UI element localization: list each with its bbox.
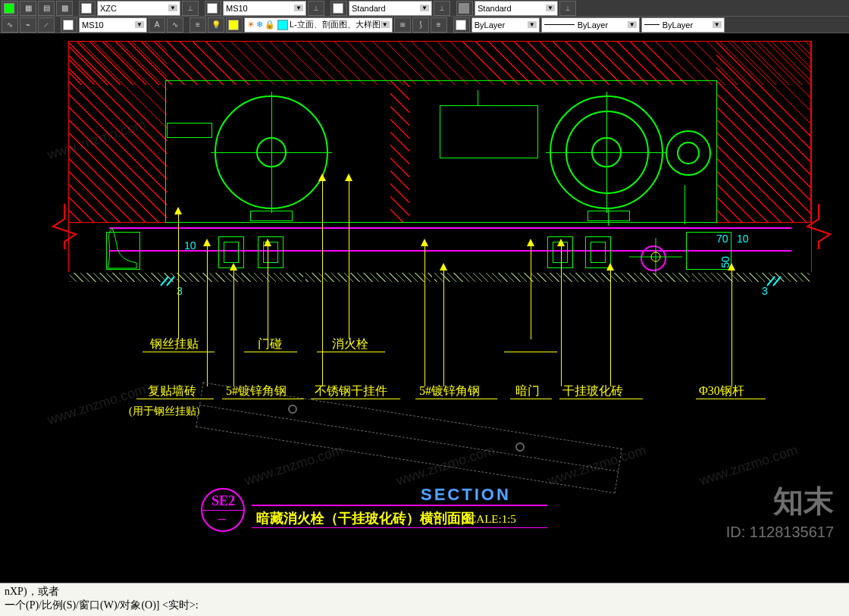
color-button[interactable] [61, 17, 77, 33]
icon-button[interactable]: ∿ [167, 17, 183, 33]
icon-button[interactable]: ⟂ [434, 1, 450, 16]
command-history-line: nXP)，或者 [5, 585, 844, 599]
leader-line [178, 214, 179, 339]
dropdown-label: ByLayer [475, 20, 505, 30]
watermark: www.znzmo.com [243, 442, 345, 489]
icon-button[interactable] [2, 1, 18, 16]
section-word: SECTION [421, 485, 511, 505]
dropdown-label: MS10 [226, 4, 248, 13]
leader-line [732, 270, 732, 386]
leader-line [233, 270, 234, 386]
drawing-canvas[interactable]: 10 3 70 10 50 3 钢丝挂贴 门碰 消火栓 暗门 复贴墙砖 (用于钢… [0, 33, 849, 583]
valve-stem-2 [685, 185, 685, 224]
hinge-detail [629, 238, 682, 276]
crosshair-v [271, 92, 272, 213]
style-dropdown-3[interactable]: Standard ▼ [349, 1, 432, 16]
leader-line [561, 246, 562, 386]
equip-line [478, 90, 478, 105]
door-frame [109, 227, 791, 229]
layer-dropdown[interactable]: ☀ ❄ 🔒 L-立面、剖面图、大样图 ▼ [244, 17, 393, 33]
command-line[interactable]: nXP)，或者 一个(P)/比例(S)/窗口(W)/对象(O)] <实时>: [0, 583, 849, 616]
tile-joint [690, 273, 692, 282]
lineweight-dropdown[interactable]: ByLayer ▼ [641, 17, 725, 33]
label-gsgt: 钢丝挂贴 [150, 336, 199, 352]
equipment-box [440, 105, 538, 158]
label-mp: 门碰 [258, 336, 282, 352]
leader-arrow [440, 263, 447, 270]
leader-line [207, 246, 208, 386]
leader-arrow [230, 263, 237, 270]
icon-button[interactable]: ≡ [190, 17, 206, 33]
dropdown-label: Standard [352, 4, 386, 13]
dropdown-label: MS10 [82, 20, 104, 30]
title-underline-thick [252, 505, 547, 506]
label-dxjg-2: 5#镀锌角钢 [419, 383, 480, 399]
label-fbqz-note: (用于钢丝挂贴) [129, 405, 199, 418]
icon-button[interactable]: ≡ [431, 17, 447, 33]
bracket-block-1-in [224, 242, 239, 263]
leader-line [322, 181, 323, 386]
title-underline-thin [252, 527, 547, 528]
sun-icon: ☀ [247, 20, 255, 30]
color-button[interactable] [456, 1, 473, 16]
leader-line [443, 270, 444, 386]
section-tag-bottom: -- [218, 512, 226, 526]
chevron-down-icon: ▼ [381, 21, 390, 28]
icon-button[interactable]: ▦ [20, 1, 36, 16]
dropdown-label: L-立面、剖面图、大样图 [290, 19, 381, 30]
lightbulb-icon[interactable]: 💡 [208, 17, 224, 33]
chevron-down-icon: ▼ [546, 5, 555, 11]
icon-button[interactable]: ⌁ [20, 17, 36, 33]
watermark-id: ID: 1128135617 [726, 524, 834, 541]
icon-button[interactable] [226, 17, 243, 33]
icon-button[interactable]: ▩ [56, 1, 73, 16]
bracket-left [167, 123, 212, 138]
color-button[interactable] [79, 1, 96, 16]
icon-button[interactable]: ≋ [394, 17, 411, 33]
color-button[interactable] [331, 1, 347, 16]
leader-line [610, 270, 611, 386]
toolbar-row-2: ∿ ⌁ ⟋ MS10 ▼ A ∿ ≡ 💡 ☀ ❄ 🔒 L-立面、剖面图、大样图 … [0, 17, 849, 33]
leader-arrow [318, 174, 326, 181]
color-button[interactable] [205, 1, 221, 16]
style-dropdown-2[interactable]: MS10 ▼ [223, 1, 306, 16]
leader-line [268, 246, 268, 339]
color-button[interactable] [453, 17, 470, 33]
icon-button[interactable]: ⟂ [182, 1, 199, 16]
icon-button[interactable]: ⟂ [559, 1, 576, 16]
valve-stem-1 [608, 209, 609, 226]
icon-button[interactable]: ∿ [2, 17, 18, 33]
chevron-down-icon: ▼ [628, 21, 637, 28]
chevron-down-icon: ▼ [168, 5, 177, 11]
icon-button[interactable]: ▤ [38, 1, 55, 16]
dropdown-label: ByLayer [578, 20, 608, 30]
break-symbol-left [49, 204, 80, 249]
icon-button[interactable]: A [149, 17, 165, 33]
reel-base-left [250, 211, 293, 221]
leader-arrow [264, 239, 271, 246]
label-fbqz: 复贴墙砖 [148, 383, 196, 399]
label-d30gg: Φ30钢杆 [699, 383, 744, 399]
dim-70: 70 [716, 233, 728, 245]
leader-arrow [557, 239, 565, 246]
chevron-down-icon: ▼ [713, 21, 722, 28]
style-dropdown-1[interactable]: XZC ▼ [97, 1, 180, 16]
color-dropdown[interactable]: ByLayer ▼ [471, 17, 540, 33]
tile-joint [432, 273, 434, 282]
layer-color-swatch [277, 20, 288, 30]
freeze-icon: ❄ [256, 20, 263, 30]
leader-arrow [606, 263, 614, 270]
textstyle-dropdown[interactable]: MS10 ▼ [79, 17, 147, 33]
leader-line [531, 246, 531, 339]
style-dropdown-4[interactable]: Standard ▼ [475, 1, 558, 16]
crosshair-v-r [606, 92, 607, 213]
linetype-preview [544, 24, 575, 25]
icon-button[interactable]: ⟂ [308, 1, 324, 16]
leader-line [349, 181, 349, 339]
linetype-dropdown[interactable]: ByLayer ▼ [541, 17, 640, 33]
leader-arrow [203, 239, 211, 246]
leader-arrow [421, 239, 428, 246]
icon-button[interactable]: ⟋ [38, 17, 55, 33]
leader-arrow [728, 263, 735, 270]
icon-button[interactable]: ⟆ [412, 17, 429, 33]
